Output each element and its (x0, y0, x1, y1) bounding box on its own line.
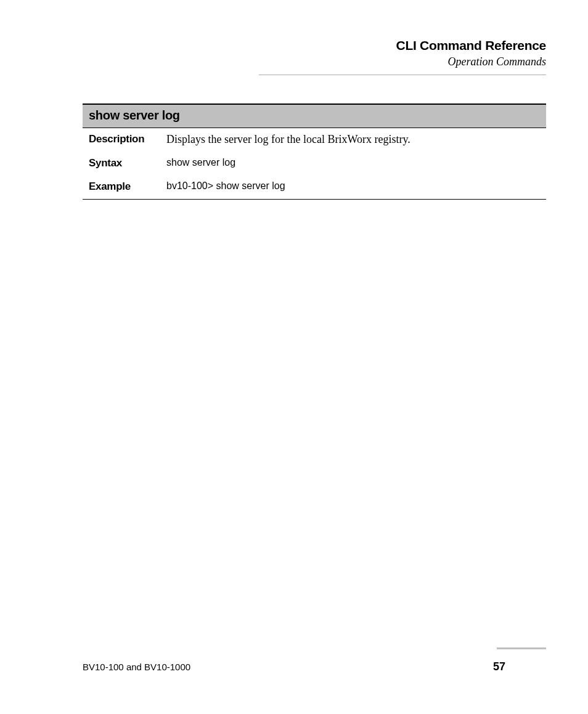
row-value: show server log (166, 157, 235, 169)
command-table: show server log Description Displays the… (83, 103, 546, 200)
command-name: show server log (89, 108, 540, 123)
footer-divider (497, 647, 546, 649)
command-title-row: show server log (83, 105, 546, 128)
page-number: 57 (493, 660, 505, 673)
document-page: CLI Command Reference Operation Commands… (0, 0, 588, 714)
row-label: Syntax (89, 157, 166, 169)
command-row-syntax: Syntax show server log (83, 152, 546, 176)
page-footer: BV10-100 and BV10-1000 57 (42, 647, 546, 673)
page-header: CLI Command Reference Operation Commands (42, 38, 546, 75)
header-divider (259, 75, 546, 75)
footer-product-name: BV10-100 and BV10-1000 (83, 662, 190, 672)
footer-content: BV10-100 and BV10-1000 57 (42, 660, 546, 673)
header-subtitle: Operation Commands (42, 55, 546, 68)
command-row-example: Example bv10-100> show server log (83, 176, 546, 199)
header-title: CLI Command Reference (42, 38, 546, 53)
row-value: bv10-100> show server log (166, 181, 285, 193)
command-row-description: Description Displays the server log for … (83, 128, 546, 152)
row-label: Description (89, 133, 166, 146)
row-label: Example (89, 181, 166, 193)
row-value: Displays the server log for the local Br… (166, 133, 410, 146)
